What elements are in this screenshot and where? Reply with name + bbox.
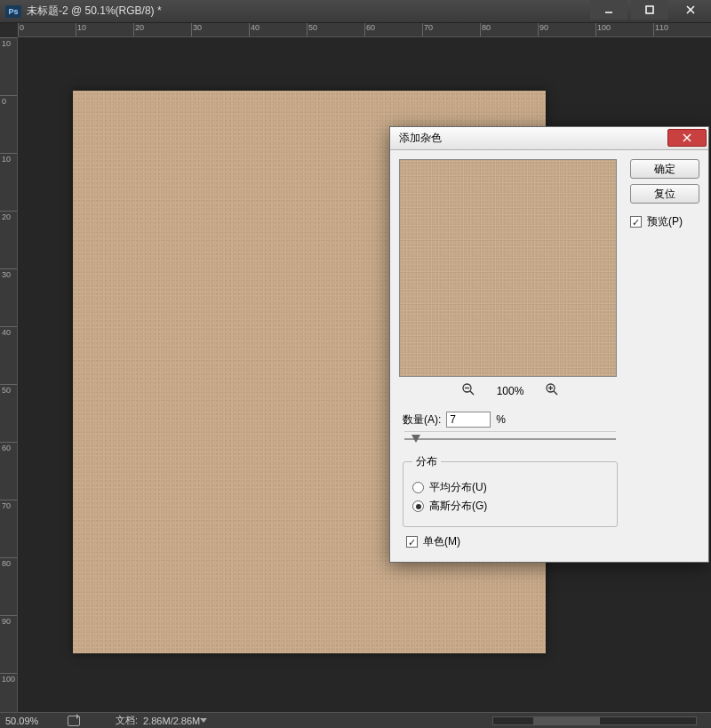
svg-line-10 (554, 391, 557, 395)
ok-button[interactable]: 确定 (630, 159, 699, 179)
dialog-title: 添加杂色 (399, 131, 667, 146)
distribution-legend: 分布 (412, 454, 441, 469)
monochrome-label: 单色(M) (423, 534, 460, 549)
ruler-vertical: 10 0 10 20 30 40 50 60 70 80 90 100 (0, 37, 18, 712)
zoom-out-icon[interactable] (461, 382, 475, 399)
uniform-radio-label: 平均分布(U) (429, 480, 487, 495)
doc-info-label: 文档: (116, 714, 138, 727)
zoom-level[interactable]: 50.09% (5, 716, 68, 726)
monochrome-checkbox[interactable] (406, 536, 418, 548)
dialog-titlebar[interactable]: 添加杂色 (390, 127, 708, 150)
amount-slider-thumb[interactable] (411, 435, 420, 443)
amount-slider[interactable] (404, 431, 616, 445)
svg-rect-1 (646, 6, 653, 13)
ruler-horizontal: 0 10 20 30 40 50 60 70 80 90 100 110 (18, 23, 711, 37)
minimize-button[interactable] (590, 0, 627, 20)
add-noise-dialog: 添加杂色 100% 数量(A): % (389, 126, 709, 563)
dialog-close-button[interactable] (667, 129, 707, 147)
preview-checkbox[interactable] (630, 216, 642, 228)
preview-label: 预览(P) (647, 214, 683, 229)
maximize-button[interactable] (631, 0, 668, 20)
zoom-in-icon[interactable] (545, 382, 559, 399)
document-title: 未标题-2 @ 50.1%(RGB/8) * (27, 4, 588, 19)
noise-preview[interactable] (399, 159, 617, 377)
uniform-radio[interactable] (412, 482, 424, 493)
distribution-group: 分布 平均分布(U) 高斯分布(G) (403, 454, 618, 527)
amount-unit: % (496, 413, 506, 426)
preview-zoom-label: 100% (497, 385, 524, 397)
gaussian-radio[interactable] (412, 500, 424, 512)
horizontal-scrollbar-thumb[interactable] (533, 717, 600, 724)
status-bar: 50.09% 文档: 2.86M/2.86M (0, 712, 711, 728)
svg-line-7 (470, 391, 474, 395)
amount-input[interactable] (446, 412, 491, 428)
doc-info-dropdown-icon[interactable] (200, 718, 207, 723)
status-export-icon[interactable] (68, 716, 80, 726)
app-icon: Ps (5, 5, 21, 18)
window-close-button[interactable] (672, 0, 709, 20)
horizontal-scrollbar[interactable] (492, 716, 697, 725)
app-titlebar: Ps 未标题-2 @ 50.1%(RGB/8) * (0, 0, 711, 23)
amount-label: 数量(A): (403, 412, 441, 428)
gaussian-radio-label: 高斯分布(G) (429, 499, 487, 514)
reset-button[interactable]: 复位 (630, 184, 699, 204)
doc-info-value: 2.86M/2.86M (143, 716, 200, 726)
window-controls (588, 0, 711, 22)
